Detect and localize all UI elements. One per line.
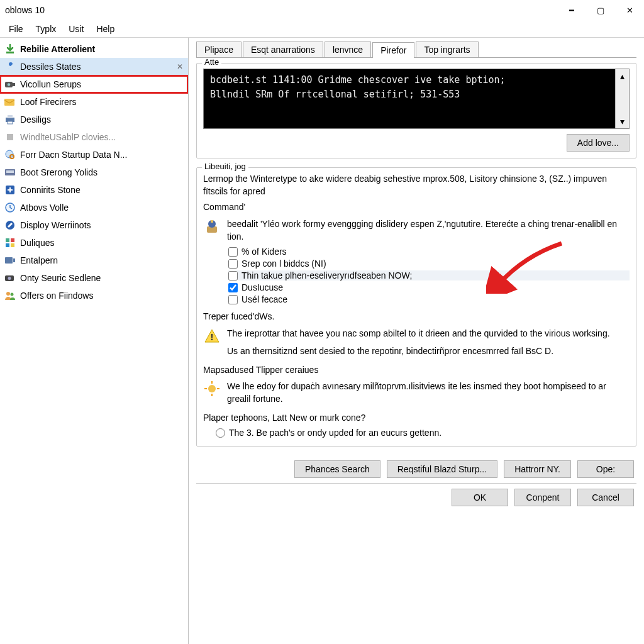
tab-lenvnce[interactable]: lenvnce: [325, 42, 371, 57]
radio-the3[interactable]: [216, 428, 225, 438]
sidebar-item-rebilie[interactable]: Rebilie Atterolient: [0, 40, 188, 58]
opt-srep[interactable]: Srep con l biddcs (NI): [228, 258, 630, 269]
sidebar-item-desiligs[interactable]: Desiligs: [0, 111, 188, 128]
add-love-button[interactable]: Add love...: [567, 134, 630, 152]
svg-rect-0: [6, 52, 14, 53]
hattrorr-button[interactable]: Hattrorr NY.: [504, 460, 571, 478]
svg-rect-7: [8, 121, 13, 124]
checkbox-thin[interactable]: [228, 271, 238, 280]
svg-rect-3: [13, 83, 15, 86]
sidebar-item-offers[interactable]: Offers on Fiindows: [0, 287, 188, 304]
svg-text:!: !: [211, 331, 214, 342]
sidebar-item-dessiles[interactable]: Dessiles States ✕: [0, 58, 188, 75]
svg-rect-6: [8, 115, 13, 118]
menu-file[interactable]: File: [3, 22, 30, 36]
clock-icon: [4, 201, 16, 214]
cancel-button[interactable]: Cancel: [577, 489, 634, 506]
ope-button[interactable]: Ope:: [577, 460, 634, 478]
ok-button[interactable]: OK: [452, 489, 508, 506]
sun-icon: [203, 380, 221, 397]
camera2-icon: [4, 272, 16, 284]
mapsa-label: Mapsadused Tlipper ceraiues: [203, 364, 630, 377]
disk-icon: [4, 166, 16, 179]
sidebar-item-forr[interactable]: Forr Dacn Startup Data N...: [0, 146, 188, 164]
libeuiti-legend: Libeuiti, jog: [202, 162, 248, 171]
treper-label: Treper fuced'dWs.: [203, 311, 630, 323]
sidebar-item-onty[interactable]: Onty Seuric Sedlene: [0, 269, 188, 287]
sidebar-item-windite[interactable]: WindlteUSablP clovies...: [0, 128, 188, 146]
warn-text-2: Us an thernsitiznd sent desied to the re…: [227, 345, 630, 357]
dialog-footer: OK Conpent Cancel: [196, 483, 636, 511]
scroll-down-icon[interactable]: ▾: [616, 114, 629, 128]
checkbox-kiders[interactable]: [228, 247, 238, 257]
tab-plipace[interactable]: Plipace: [196, 42, 242, 57]
svg-rect-21: [13, 258, 15, 262]
tab-top[interactable]: Top ingrarts: [416, 42, 478, 57]
close-item-icon[interactable]: ✕: [177, 62, 183, 71]
main-panel: Plipace Esqt anarrations lenvnce Pirefor…: [189, 38, 644, 644]
libeuiti-group: Libeuiti, jog Lermop the Winteretype to …: [196, 167, 636, 447]
opt-usel[interactable]: Usél fecace: [228, 294, 630, 304]
title-bar: oblows 10 ━ ▢ ✕: [0, 0, 644, 20]
reqstiful-button[interactable]: Reqstiful Blazd Sturp...: [387, 460, 497, 478]
opt-radio-the3[interactable]: The 3. Be pach's or ondy upded for an eu…: [216, 428, 630, 438]
warning-icon: !: [203, 327, 221, 345]
sidebar-item-disploy[interactable]: Disploy Werriinots: [0, 216, 188, 234]
minimize-button[interactable]: ━: [557, 0, 586, 20]
globe-search-icon: [4, 148, 16, 161]
conpent-button[interactable]: Conpent: [514, 489, 571, 506]
svg-rect-4: [4, 99, 14, 106]
plaper-label: Plaper tephoons, Latt New or murk cone?: [203, 412, 630, 425]
opt-thin[interactable]: Thin takue plhen-eseliveryrıdfseaben NOW…: [228, 270, 630, 280]
sidebar-item-connirits[interactable]: Connirits Stone: [0, 181, 188, 199]
atte-group: Atte bcdbeit.st 1141:00 Gridme chescover…: [196, 63, 636, 158]
svg-rect-17: [11, 238, 14, 242]
download-icon: [4, 43, 16, 55]
checkbox-dusluse[interactable]: [228, 283, 238, 292]
libeuiti-intro: Lermop the Winteretype to ake widere dea…: [203, 173, 630, 197]
terminal-wrap: bcdbeit.st 1141:00 Gridme chescover ive …: [203, 69, 630, 129]
device-icon: [4, 254, 16, 267]
sidebar-item-vicollun[interactable]: Vicollun Serups: [0, 75, 188, 93]
svg-rect-18: [6, 243, 9, 247]
sidebar-item-entalpern[interactable]: Entalpern: [0, 252, 188, 269]
opt-kiders[interactable]: % of Kiders: [228, 247, 630, 257]
camera-icon: [4, 78, 16, 91]
menu-typlx[interactable]: Typlx: [30, 22, 63, 36]
tab-panel: Atte bcdbeit.st 1141:00 Gridme chescover…: [196, 58, 636, 644]
scroll-up-icon[interactable]: ▴: [616, 69, 629, 83]
sidebar-item-boot[interactable]: Boot Srerong Yolids: [0, 164, 188, 181]
sidebar-item-duliques[interactable]: Duliques: [0, 234, 188, 252]
svg-point-25: [11, 293, 14, 296]
opt-dusluse[interactable]: DusIucuse: [228, 282, 630, 292]
svg-point-2: [8, 83, 10, 86]
command-icon: [203, 218, 221, 235]
tab-strip: Plipace Esqt anarrations lenvnce Pirefor…: [196, 42, 636, 58]
terminal-output[interactable]: bcdbeit.st 1141:00 Gridme chescover ive …: [203, 69, 630, 129]
window-title: oblows 10: [5, 5, 557, 15]
plus-icon: [4, 184, 16, 196]
svg-point-23: [8, 277, 11, 280]
close-button[interactable]: ✕: [615, 0, 644, 20]
windows-icon: [4, 236, 16, 249]
maximize-button[interactable]: ▢: [586, 0, 615, 20]
svg-rect-20: [5, 257, 13, 264]
phances-search-button[interactable]: Phances Search: [294, 460, 380, 478]
menu-help[interactable]: Help: [90, 22, 121, 36]
tab-esqt[interactable]: Esqt anarrations: [243, 42, 323, 57]
brush-icon: [4, 219, 16, 231]
svg-rect-16: [6, 238, 9, 242]
sidebar-item-atbovs[interactable]: Atbovs Volle: [0, 199, 188, 216]
sidebar-item-loof[interactable]: Loof Firecirers: [0, 93, 188, 111]
warn-text-1: The ireprottar that havee you nac somp a…: [227, 327, 630, 340]
tab-pirefor[interactable]: Pirefor: [372, 42, 414, 58]
chip-icon: [4, 131, 16, 143]
users-icon: [4, 289, 16, 302]
svg-rect-12: [6, 170, 14, 173]
menu-usit[interactable]: Usit: [62, 22, 90, 36]
svg-point-9: [6, 150, 13, 158]
command-label: Command': [203, 201, 630, 214]
checkbox-usel[interactable]: [228, 295, 238, 304]
terminal-scrollbar[interactable]: ▴ ▾: [615, 69, 629, 128]
checkbox-srep[interactable]: [228, 259, 238, 269]
